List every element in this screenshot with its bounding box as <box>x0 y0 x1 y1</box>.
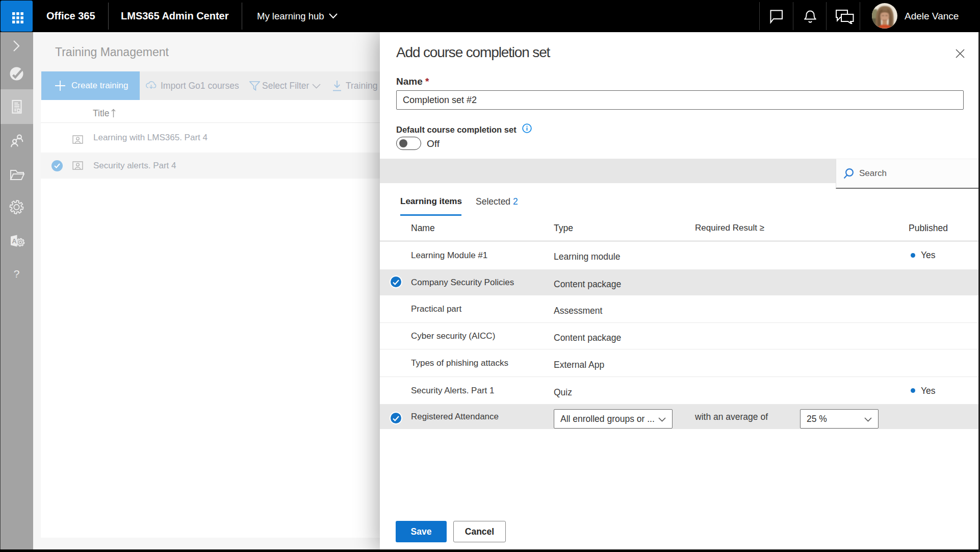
svg-text:A: A <box>12 238 17 245</box>
